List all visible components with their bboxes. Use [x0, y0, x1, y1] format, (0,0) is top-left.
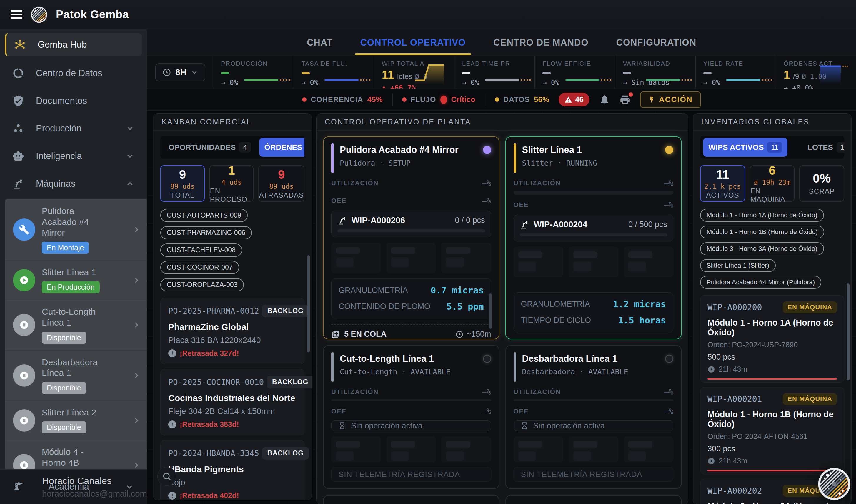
print-button[interactable] — [620, 94, 631, 105]
status-bar: COHERENCIA 45% FLUJO Crítico DATOS 56% 4… — [147, 89, 856, 111]
kanban-scrollbar[interactable] — [307, 255, 310, 352]
sidebar-item-gemba-hub[interactable]: Gemba Hub — [5, 33, 142, 56]
machine-row-desbarbadora[interactable]: Desbarbadora Línea 1 Disponible — [5, 350, 147, 400]
machine-filter-chip[interactable]: Slitter Línea 1 (Slitter) — [700, 259, 776, 272]
tab-centro-de-mando[interactable]: CENTRO DE MANDO — [492, 30, 589, 55]
sidebar-item-documentos[interactable]: Documentos — [0, 87, 147, 115]
alerts-badge[interactable]: 46 — [558, 93, 589, 106]
bolt-icon — [648, 96, 655, 103]
wip-order: Orden: PO-2024-USP-7890 — [708, 341, 837, 349]
customer-chip[interactable]: CUST-OROPLAZA-003 — [160, 278, 244, 291]
machine-filter-chip[interactable]: Módulo 1 - Horno 1B (Horno de Óxido) — [700, 226, 824, 238]
play-circle-icon — [708, 457, 715, 465]
kpi-value-dash — [462, 72, 470, 74]
machine-row-slitter-1[interactable]: Slitter Línea 1 En Producción — [5, 260, 147, 300]
wip-card[interactable]: WIP-A000200 EN MÁQUINA Módulo 1 - Horno … — [700, 295, 844, 382]
kpi-value-dash — [542, 72, 551, 74]
customer-chip[interactable]: CUST-PHARMAZINC-006 — [160, 226, 252, 239]
wip-code: WIP-A000204 — [534, 220, 587, 229]
stat-scrap[interactable]: 0% SCRAP — [799, 165, 844, 202]
order-card[interactable]: PO-2024-HBANDA-3345 BACKLOG HBanda Pigme… — [160, 440, 304, 500]
kpi-tasa-de-flujo: TASA DE FLU. → 0% — [293, 56, 374, 89]
stat-atrasadas[interactable]: 9 89 uds ATRASADAS — [258, 165, 304, 202]
hamburger-menu-icon[interactable] — [11, 8, 22, 21]
search-fab-button[interactable] — [157, 467, 176, 486]
notifications-button[interactable] — [599, 94, 610, 105]
inventory-scrollbar[interactable] — [846, 284, 850, 380]
accion-button[interactable]: ACCIÓN — [640, 91, 701, 108]
tab-lotes[interactable]: LOTES 13 — [802, 138, 844, 157]
kanban-stats: 9 89 uds TOTAL 1 4 uds EN PROCESO 9 89 u… — [160, 165, 304, 202]
stat-total[interactable]: 9 89 uds TOTAL — [160, 165, 205, 202]
tab-control-operativo[interactable]: CONTROL OPERATIVO — [359, 30, 467, 55]
sidebar-item-produccion[interactable]: Producción — [0, 115, 147, 142]
order-product: Fleje 304-2B Cal14 x 150mm — [168, 407, 297, 416]
status-label: DATOS — [503, 95, 530, 104]
assistant-fab-button[interactable] — [817, 467, 851, 501]
kpi-ordenes-activas: ÓRDENES ACT 1 /9 Ø 1.00 → +0.0% — [776, 56, 856, 89]
oee-value: —% — [482, 196, 491, 205]
no-operation-text: Sin operación activa — [533, 421, 605, 431]
order-card[interactable]: PO-2025-PHARMA-0012 BACKLOG PharmaZinc G… — [160, 298, 304, 364]
machine-card-pulidora[interactable]: Pulidora Acabado #4 Mirror Pulidora · SE… — [323, 137, 499, 339]
cluster-icon — [12, 123, 24, 134]
queue-icon — [331, 330, 340, 339]
customer-chip[interactable]: CUST-FACHELEV-008 — [160, 244, 242, 257]
machine-card-desbarbadora[interactable]: Desbarbadora Línea 1 Desbarbadora · AVAI… — [505, 345, 682, 489]
telemetry-label: TIEMPO DE CICLO — [521, 316, 591, 325]
machine-filter-chip[interactable]: Pulidora Acabado #4 Mirror (Pulidora) — [700, 276, 821, 289]
wip-card[interactable]: WIP-A000201 EN MÁQUINA Módulo 1 - Horno … — [700, 387, 844, 474]
user-name: Horacio Canales — [42, 475, 112, 486]
machine-row-cut-to-length[interactable]: Cut-to-Length Línea 1 Disponible — [5, 300, 147, 350]
utilizacion-progressbar — [331, 399, 491, 401]
clock-icon — [162, 68, 171, 77]
active-wip-box[interactable]: WIP-A000204 0 / 500 pcs — [514, 215, 674, 241]
kpi-sparkline — [485, 79, 519, 81]
machine-row-pulidora[interactable]: Pulidora Acabado #4 Mirror En Montaje — [5, 199, 147, 260]
customer-chip[interactable]: CUST-AUTOPARTS-009 — [160, 209, 248, 222]
machine-filter-chip[interactable]: Módulo 1 - Horno 1A (Horno de Óxido) — [700, 209, 824, 222]
stat-value: 9 — [179, 168, 186, 182]
stat-en-maquina[interactable]: 6 ø 19h 23m EN MÁQUINA — [750, 165, 795, 202]
stat-en-proceso[interactable]: 1 4 uds EN PROCESO — [210, 165, 254, 202]
machine-row-slitter-2[interactable]: Slitter Línea 2 Disponible — [5, 400, 147, 440]
tab-chat[interactable]: CHAT — [306, 30, 334, 55]
active-wip-box[interactable]: WIP-A000206 0 / 0 pcs — [331, 211, 491, 237]
kpi-sparkline — [646, 79, 680, 81]
kanban-comercial-panel: KANBAN COMERCIAL OPORTUNIDADES 4 ÓRDENES… — [153, 113, 312, 500]
machine-filter-chip[interactable]: Módulo 3 - Horno 3A (Horno de Óxido) — [700, 242, 824, 255]
stat-sub: 89 uds — [269, 183, 293, 190]
machine-card-stub — [323, 495, 499, 504]
sidebar-item-inteligencia[interactable]: Inteligencia — [0, 142, 147, 170]
tab-ordenes[interactable]: ÓRDENES 9 — [259, 138, 304, 157]
oee-label: OEE — [514, 201, 529, 209]
stat-value: 6 — [769, 163, 775, 178]
alert-icon: ! — [168, 492, 176, 500]
sidebar-item-maquinas[interactable]: Máquinas — [0, 170, 147, 198]
machine-card-subtitle: Desbarbadora · AVAILABLE — [522, 367, 628, 376]
wip-code: WIP-A000201 — [708, 394, 762, 404]
patok-logo-icon — [31, 6, 48, 23]
stat-label: TOTAL — [171, 191, 194, 199]
order-card-list: PO-2025-PHARMA-0012 BACKLOG PharmaZinc G… — [160, 298, 304, 500]
status-value: 45% — [368, 95, 383, 104]
machine-card-cut-to-length[interactable]: Cut-to-Length Línea 1 Cut-to-Length · AV… — [323, 345, 499, 489]
tab-wips-activos[interactable]: WIPS ACTIVOS 11 — [703, 138, 787, 157]
stat-activos[interactable]: 11 2.1 k pcs ACTIVOS — [700, 165, 745, 202]
oee-label: OEE — [331, 197, 346, 205]
order-card[interactable]: PO-2025-COCINOR-0010 BACKLOG Cocinas Ind… — [160, 369, 304, 435]
kpi-value-dash — [703, 72, 712, 74]
tab-configuration[interactable]: CONFIGURATION — [615, 30, 697, 55]
machine-card-slitter[interactable]: Slitter Línea 1 Slitter · RUNNING UTILIZ… — [505, 137, 682, 339]
queue-scrollbar[interactable] — [489, 293, 492, 329]
order-code: PO-2025-PHARMA-0012 — [168, 306, 259, 316]
sidebar-item-centro-de-datos[interactable]: Centro de Datos — [0, 59, 147, 87]
status-value: 56% — [534, 95, 549, 104]
kpi-value: 1 — [784, 68, 790, 82]
customer-chip[interactable]: CUST-COCINOR-007 — [160, 261, 239, 274]
sidebar-footer-user[interactable]: Academia Horacio Canales horaciocanales@… — [0, 469, 147, 504]
tab-oportunidades[interactable]: OPORTUNIDADES 4 — [163, 138, 256, 157]
wip-elapsed-time: 21h 43m — [719, 365, 747, 374]
time-range-selector[interactable]: 8H — [155, 63, 205, 82]
metric-placeholders — [331, 436, 491, 462]
